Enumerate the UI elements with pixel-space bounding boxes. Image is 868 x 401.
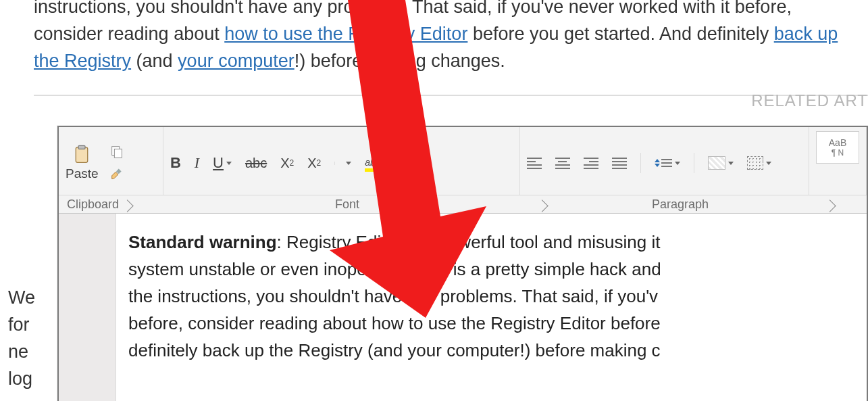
bold-button[interactable]: B bbox=[170, 154, 181, 172]
italic-button[interactable]: I bbox=[195, 154, 199, 172]
superscript-button[interactable]: X2 bbox=[307, 156, 321, 171]
text: before you get started. And definitely bbox=[467, 24, 773, 44]
group-label-paragraph: Paragraph bbox=[546, 195, 814, 213]
document-area: Standard warning: Registry Editor is a p… bbox=[59, 214, 867, 401]
svg-rect-0 bbox=[76, 147, 88, 163]
shading-button[interactable] bbox=[708, 156, 734, 170]
format-painter-button[interactable] bbox=[108, 167, 126, 182]
ribbon-group-paragraph bbox=[520, 127, 809, 195]
chevron-down-icon bbox=[675, 162, 680, 165]
doc-text: system unstable or even inoperable. This… bbox=[128, 259, 661, 279]
chevron-down-icon bbox=[414, 162, 419, 165]
underline-button[interactable]: U bbox=[213, 154, 232, 172]
chevron-down-icon bbox=[346, 162, 351, 165]
style-name: ¶ N bbox=[817, 148, 859, 158]
doc-text: the instructions, you shouldn't have any… bbox=[128, 286, 658, 306]
align-center-button[interactable] bbox=[555, 158, 570, 169]
border-icon bbox=[747, 156, 763, 170]
word-window: 0 GE Paste bbox=[57, 126, 868, 401]
ribbon-group-labels: Clipboard Font Paragraph bbox=[59, 195, 867, 214]
align-right-button[interactable] bbox=[584, 158, 598, 169]
clear-formatting-button[interactable] bbox=[334, 162, 351, 165]
ribbon-group-font: B I U abc X2 X2 ab A bbox=[163, 127, 520, 195]
group-label-font: Font bbox=[168, 195, 526, 213]
style-sample: AaB bbox=[817, 137, 859, 148]
chevron-down-icon bbox=[728, 162, 734, 165]
highlight-button[interactable]: ab bbox=[365, 156, 388, 170]
doc-text: definitely back up the Registry (and you… bbox=[128, 340, 661, 360]
copy-button[interactable] bbox=[108, 144, 126, 159]
line-spacing-button[interactable] bbox=[655, 159, 680, 167]
doc-text: : Registry Editor is a powerful tool and… bbox=[277, 232, 661, 252]
separator bbox=[694, 153, 694, 173]
font-color-button[interactable]: A bbox=[401, 156, 419, 171]
svg-rect-1 bbox=[78, 145, 85, 149]
ribbon: Paste B I U bbox=[59, 127, 867, 195]
align-justify-button[interactable] bbox=[612, 158, 627, 169]
svg-rect-3 bbox=[114, 149, 122, 158]
group-label-clipboard: Clipboard bbox=[59, 195, 168, 213]
chevron-down-icon bbox=[382, 162, 388, 165]
style-preview[interactable]: AaB ¶ N bbox=[816, 131, 859, 164]
strikethrough-button[interactable]: abc bbox=[245, 156, 267, 171]
ribbon-group-clipboard: Paste bbox=[59, 127, 163, 195]
related-heading: RELATED ART bbox=[751, 91, 868, 110]
paintbrush-icon bbox=[108, 167, 126, 182]
doc-text: before, consider reading about how to us… bbox=[128, 313, 661, 333]
copy-icon bbox=[109, 144, 124, 159]
dialog-launcher-icon[interactable] bbox=[121, 199, 133, 212]
doc-bold-lead: Standard warning bbox=[128, 232, 277, 252]
text: !) before making changes. bbox=[295, 51, 505, 71]
fill-icon bbox=[708, 156, 725, 170]
paste-label: Paste bbox=[66, 166, 99, 181]
left-margin bbox=[59, 214, 116, 401]
subscript-button[interactable]: X2 bbox=[280, 156, 294, 171]
paste-button[interactable]: Paste bbox=[66, 145, 99, 181]
divider bbox=[34, 95, 868, 96]
chevron-down-icon bbox=[226, 162, 232, 165]
document-body[interactable]: Standard warning: Registry Editor is a p… bbox=[116, 214, 867, 401]
clipboard-icon bbox=[72, 145, 92, 165]
separator bbox=[640, 153, 641, 173]
borders-button[interactable] bbox=[747, 156, 771, 170]
link-your-computer[interactable]: your computer bbox=[178, 51, 295, 71]
link-registry-editor[interactable]: how to use the Registry Editor bbox=[224, 24, 467, 44]
text: (and bbox=[131, 51, 178, 71]
align-left-button[interactable] bbox=[527, 158, 542, 169]
ribbon-group-styles: AaB ¶ N bbox=[809, 127, 867, 195]
chevron-down-icon bbox=[766, 162, 771, 165]
sidebar-teaser-text: We for ne log bbox=[8, 284, 35, 392]
article-paragraph: instructions, you shouldn't have any pro… bbox=[34, 0, 865, 74]
